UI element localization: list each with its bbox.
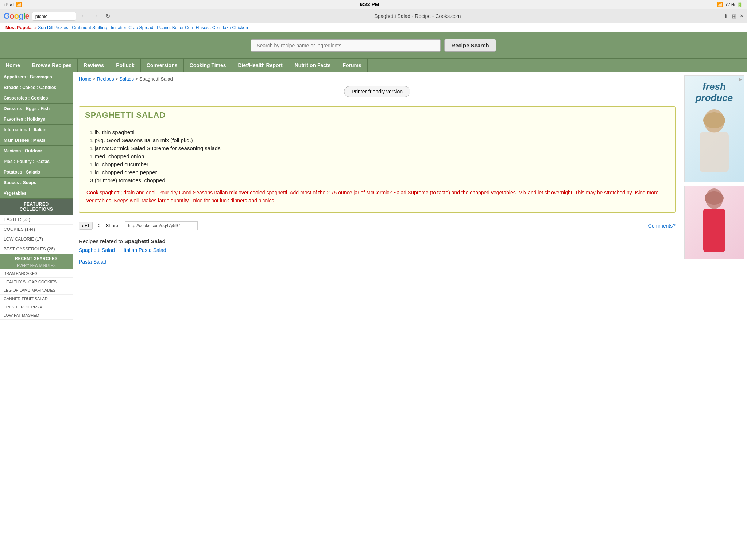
gplus-count: 0 — [98, 223, 100, 228]
sidebar-item-desserts[interactable]: Desserts : Eggs : Fish — [0, 104, 73, 114]
related-title: Recipes related to Spaghetti Salad — [79, 238, 676, 244]
sidebar-item-main-dishes[interactable]: Main Dishes : Meats — [0, 135, 73, 146]
breadcrumb-sep-2: > — [115, 76, 119, 82]
svg-point-5 — [705, 191, 724, 205]
recent-low-fat[interactable]: LOW FAT MASHED — [0, 311, 73, 320]
featured-cookies[interactable]: COOKIES (144) — [0, 225, 73, 234]
sidebar-item-casseroles[interactable]: Casseroles : Cookies — [0, 93, 73, 104]
share-icon[interactable]: ⬆ — [723, 13, 728, 20]
related-links: Spaghetti Salad Italian Pasta Salad Past… — [79, 247, 676, 265]
sidebar-item-appetizers[interactable]: Appetizers : Beverages — [0, 72, 73, 82]
gplus-button[interactable]: g+1 — [79, 222, 93, 230]
status-bar: iPad 📶 6:22 PM 📶 77% 🔋 — [0, 0, 747, 9]
related-link-3[interactable]: Pasta Salad — [79, 259, 107, 265]
ad-person-svg-2 — [685, 186, 743, 259]
url-bar[interactable] — [32, 12, 76, 21]
time-display: 6:22 PM — [360, 1, 379, 7]
featured-easter[interactable]: EASTER (33) — [0, 215, 73, 225]
ingredient-3: 1 jar McCormick Salad Supreme for season… — [86, 145, 668, 151]
related-link-1[interactable]: Spaghetti Salad — [79, 247, 115, 253]
popular-link-3[interactable]: Imitation Crab Spread — [111, 25, 154, 30]
svg-point-2 — [703, 112, 725, 128]
ingredient-6: 1 lg. chopped green pepper — [86, 169, 668, 175]
recent-canned-fruit[interactable]: CANNED FRUIT SALAD — [0, 295, 73, 303]
sidebar-categories: Appetizers : Beverages Breads : Cakes : … — [0, 72, 73, 199]
comments-link[interactable]: Comments? — [648, 223, 676, 229]
sidebar-item-breads[interactable]: Breads : Cakes : Candies — [0, 82, 73, 93]
svg-rect-4 — [703, 209, 725, 252]
recent-fresh-fruit[interactable]: FRESH FRUIT PIZZA — [0, 303, 73, 311]
recipe-instructions: Cook spaghetti; drain and cool. Pour dry… — [86, 188, 668, 205]
printer-button[interactable]: Printer-friendly version — [344, 86, 410, 97]
ingredient-4: 1 med. chopped onion — [86, 153, 668, 159]
tab-search-icon[interactable]: ⊞ — [732, 13, 736, 20]
popular-link-5[interactable]: Cornflake Chicken — [212, 25, 248, 30]
sidebar: Appetizers : Beverages Breads : Cakes : … — [0, 72, 73, 320]
share-bar: g+1 0 Share: Comments? — [79, 218, 676, 233]
sidebar-item-potatoes[interactable]: Potatoes : Salads — [0, 167, 73, 178]
main-nav: Home Browse Recipes Reviews Potluck Conv… — [0, 58, 747, 72]
ingredient-1: 1 lb. thin spaghetti — [86, 129, 668, 135]
website: Most Popular » Sun Dill Pickles : Crabme… — [0, 23, 747, 320]
related-section: Recipes related to Spaghetti Salad Spagh… — [79, 238, 676, 265]
breadcrumb: Home > Recipes > Salads > Spaghetti Sala… — [79, 76, 676, 82]
breadcrumb-sep-3: > — [135, 76, 139, 82]
nav-nutrition[interactable]: Nutrition Facts — [289, 59, 337, 72]
recipe-title-tab: SPAGHETTI SALAD — [79, 107, 171, 124]
sidebar-item-mexican[interactable]: Mexican : Outdoor — [0, 146, 73, 156]
forward-button[interactable]: → — [91, 12, 101, 20]
ingredient-5: 1 lg. chopped cucumber — [86, 161, 668, 167]
sidebar-item-pies[interactable]: Pies : Poultry : Pastas — [0, 156, 73, 167]
battery-icon: 🔋 — [737, 2, 743, 7]
nav-conversions[interactable]: Conversions — [141, 59, 184, 72]
ad-box-1[interactable]: ▶ fresh produce — [684, 75, 744, 182]
recent-healthy-sugar[interactable]: HEALTHY SUGAR COOKIES — [0, 278, 73, 286]
most-popular-label: Most Popular » — [5, 25, 37, 30]
search-area: Recipe Search — [0, 32, 747, 58]
nav-forums[interactable]: Forums — [337, 59, 368, 72]
breadcrumb-current: Spaghetti Salad — [139, 76, 173, 82]
share-url-input[interactable] — [125, 221, 198, 230]
ipad-label: iPad — [4, 2, 14, 7]
popular-link-2[interactable]: Crabmeat Stuffing — [72, 25, 107, 30]
search-input[interactable] — [251, 39, 441, 52]
content-layout: Appetizers : Beverages Breads : Cakes : … — [0, 72, 747, 320]
recipe-body: 1 lb. thin spaghetti 1 pkg. Good Seasons… — [79, 124, 675, 212]
browser-chrome: Google ← → ↻ Spaghetti Salad - Recipe - … — [0, 9, 747, 23]
search-button[interactable]: Recipe Search — [444, 39, 496, 52]
recipe-card: SPAGHETTI SALAD 1 lb. thin spaghetti 1 p… — [79, 106, 676, 213]
bluetooth-icon: 📶 — [717, 2, 723, 7]
nav-diet-health[interactable]: Diet/Health Report — [232, 59, 289, 72]
recent-searches-header: RECENT SEARCHES — [0, 254, 73, 263]
ingredient-7: 3 (or more) tomatoes, chopped — [86, 177, 668, 183]
nav-browse[interactable]: Browse Recipes — [26, 59, 78, 72]
featured-best-casseroles[interactable]: BEST CASSEROLES (26) — [0, 244, 73, 254]
popular-link-4[interactable]: Peanut Butter Corn Flakes — [157, 25, 208, 30]
refresh-button[interactable]: ↻ — [104, 12, 112, 20]
nav-cooking-times[interactable]: Cooking Times — [184, 59, 232, 72]
related-link-2[interactable]: Italian Pasta Salad — [124, 247, 166, 253]
breadcrumb-home[interactable]: Home — [79, 76, 92, 82]
nav-potluck[interactable]: Potluck — [110, 59, 141, 72]
breadcrumb-salads[interactable]: Salads — [119, 76, 134, 82]
nav-reviews[interactable]: Reviews — [78, 59, 110, 72]
nav-home[interactable]: Home — [0, 59, 26, 72]
recent-bran-pancakes[interactable]: BRAN PANCAKES — [0, 269, 73, 278]
back-button[interactable]: ← — [79, 12, 88, 20]
popular-link-1[interactable]: Sun Dill Pickles — [38, 25, 68, 30]
main-content: Home > Recipes > Salads > Spaghetti Sala… — [73, 72, 681, 320]
featured-low-calorie[interactable]: LOW CALORIE (17) — [0, 234, 73, 244]
recent-leg-of-lamb[interactable]: LEG OF LAMB MARINADES — [0, 286, 73, 295]
recipe-title: SPAGHETTI SALAD — [85, 110, 166, 120]
sidebar-item-favorites[interactable]: Favorites : Holidays — [0, 114, 73, 125]
breadcrumb-recipes[interactable]: Recipes — [97, 76, 114, 82]
breadcrumb-sep-1: > — [93, 76, 97, 82]
close-icon[interactable]: × — [740, 13, 743, 19]
sidebar-item-vegetables[interactable]: Vegetables — [0, 188, 73, 199]
sidebar-item-international[interactable]: International : Italian — [0, 125, 73, 135]
featured-collections-header: FEATUREDCOLLECTIONS — [0, 199, 73, 215]
ad-box-2[interactable] — [684, 186, 744, 259]
popular-bar: Most Popular » Sun Dill Pickles : Crabme… — [0, 23, 747, 32]
ad-corner: ▶ — [739, 77, 742, 81]
sidebar-item-sauces[interactable]: Sauces : Soups — [0, 178, 73, 188]
